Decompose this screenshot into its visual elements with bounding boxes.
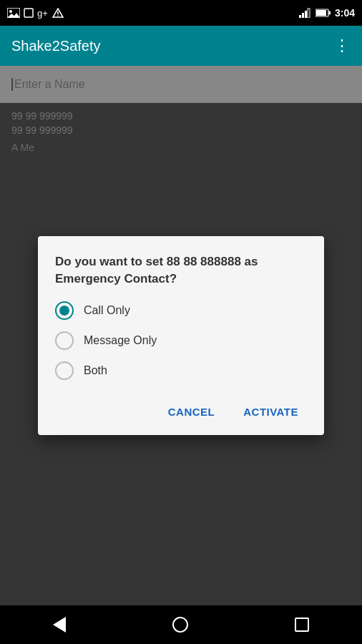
svg-rect-2 <box>24 9 33 17</box>
image-icon <box>7 8 20 18</box>
message-only-label: Message Only <box>84 334 157 347</box>
svg-point-1 <box>9 10 12 13</box>
home-icon <box>172 617 188 633</box>
back-icon <box>53 617 66 633</box>
cancel-button[interactable]: CANCEL <box>160 400 224 424</box>
background-content: Enter a Name 99 99 999999 99 99 999999 A… <box>0 66 362 605</box>
message-only-radio[interactable] <box>55 331 74 350</box>
signal-icon <box>299 8 312 18</box>
dialog-overlay: Do you want to set 88 88 888888 as Emerg… <box>0 66 362 605</box>
svg-rect-10 <box>308 9 310 18</box>
status-bar: g+ 3:04 <box>0 0 362 26</box>
toolbar: Shake2Safety ⋮ <box>0 26 362 66</box>
svg-rect-9 <box>305 11 307 18</box>
home-button[interactable] <box>172 617 188 633</box>
app-title: Shake2Safety <box>11 38 101 54</box>
svg-rect-8 <box>302 13 304 18</box>
battery-icon <box>315 9 331 17</box>
both-option[interactable]: Both <box>55 361 307 380</box>
call-only-radio[interactable] <box>55 301 74 320</box>
time-display: 3:04 <box>335 7 355 19</box>
menu-icon[interactable]: ⋮ <box>334 36 351 55</box>
both-label: Both <box>84 364 107 377</box>
warning-icon <box>52 8 64 18</box>
nav-bar <box>0 605 362 644</box>
back-button[interactable] <box>53 617 66 633</box>
call-only-label: Call Only <box>84 304 130 317</box>
svg-rect-7 <box>299 15 301 18</box>
svg-rect-12 <box>328 11 331 15</box>
square-icon <box>24 8 34 18</box>
emergency-contact-dialog: Do you want to set 88 88 888888 as Emerg… <box>38 236 324 436</box>
dialog-actions: CANCEL ACTIVATE <box>55 400 307 424</box>
svg-point-6 <box>57 15 59 16</box>
gplus-icon: g+ <box>37 7 49 19</box>
both-radio[interactable] <box>55 361 74 380</box>
dialog-title: Do you want to set 88 88 888888 as Emerg… <box>55 253 307 288</box>
svg-text:g+: g+ <box>37 8 48 19</box>
activate-button[interactable]: ACTIVATE <box>235 400 307 424</box>
status-bar-left: g+ <box>7 7 64 19</box>
recents-button[interactable] <box>295 618 309 632</box>
call-only-option[interactable]: Call Only <box>55 301 307 320</box>
contact-type-radio-group: Call Only Message Only Both <box>55 301 307 380</box>
status-bar-right: 3:04 <box>299 7 355 19</box>
recents-icon <box>295 618 309 632</box>
message-only-option[interactable]: Message Only <box>55 331 307 350</box>
